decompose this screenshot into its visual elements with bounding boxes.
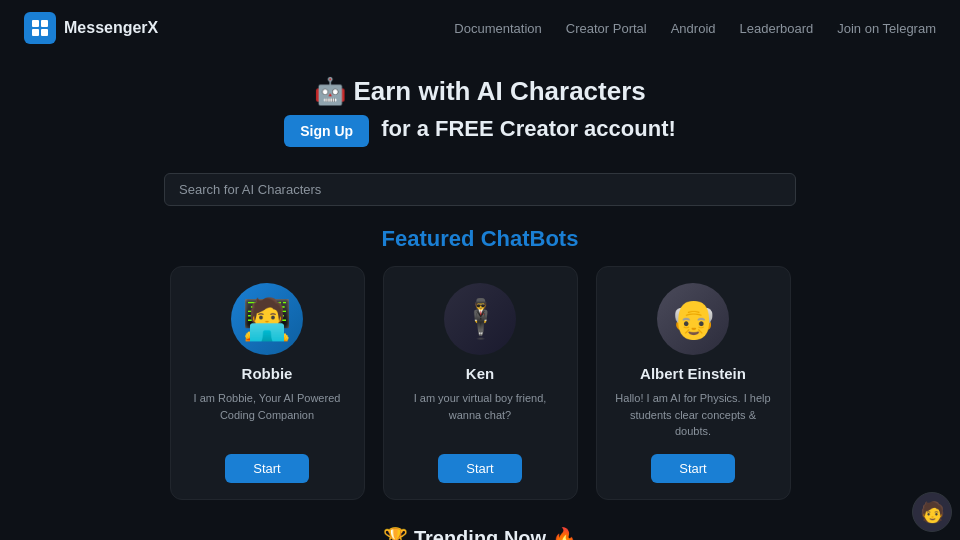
featured-title-highlight: ChatBots — [481, 226, 579, 251]
card-einstein-desc: Hallo! I am AI for Physics. I help stude… — [613, 390, 774, 440]
card-ken-name: Ken — [466, 365, 494, 382]
hero-title: 🤖 Earn with AI Characters — [24, 76, 936, 107]
svg-rect-2 — [32, 29, 39, 36]
featured-title: Featured ChatBots — [24, 226, 936, 252]
card-ken-start-button[interactable]: Start — [438, 454, 521, 483]
avatar-robbie: 🧑‍💻 — [231, 283, 303, 355]
featured-section: Featured ChatBots 🧑‍💻 Robbie I am Robbie… — [0, 222, 960, 508]
nav-links: Documentation Creator Portal Android Lea… — [454, 21, 936, 36]
nav-leaderboard[interactable]: Leaderboard — [740, 21, 814, 36]
card-ken-desc: I am your virtual boy friend, wanna chat… — [400, 390, 561, 440]
card-robbie-desc: I am Robbie, Your AI Powered Coding Comp… — [187, 390, 348, 440]
logo-icon — [24, 12, 56, 44]
signup-button[interactable]: Sign Up — [284, 115, 369, 147]
card-einstein: 👴 Albert Einstein Hallo! I am AI for Phy… — [596, 266, 791, 500]
hero-subtitle: Sign Up for a FREE Creator account! — [24, 115, 936, 147]
card-ken: 🕴️ Ken I am your virtual boy friend, wan… — [383, 266, 578, 500]
bottom-right-emoji: 🧑 — [920, 500, 945, 524]
logo-text: MessengerX — [64, 19, 158, 37]
card-robbie: 🧑‍💻 Robbie I am Robbie, Your AI Powered … — [170, 266, 365, 500]
hero-subtitle-text: for a FREE Creator account! — [375, 116, 676, 141]
svg-rect-1 — [41, 20, 48, 27]
card-einstein-start-button[interactable]: Start — [651, 454, 734, 483]
card-robbie-start-button[interactable]: Start — [225, 454, 308, 483]
nav-documentation[interactable]: Documentation — [454, 21, 541, 36]
search-container — [140, 173, 820, 206]
trending-title: 🏆 Trending Now 🔥 — [24, 526, 936, 541]
card-einstein-name: Albert Einstein — [640, 365, 746, 382]
avatar-einstein: 👴 — [657, 283, 729, 355]
cards-container: 🧑‍💻 Robbie I am Robbie, Your AI Powered … — [24, 266, 936, 500]
avatar-ken: 🕴️ — [444, 283, 516, 355]
search-input[interactable] — [164, 173, 796, 206]
bottom-right-avatar[interactable]: 🧑 — [912, 492, 952, 532]
logo[interactable]: MessengerX — [24, 12, 158, 44]
featured-title-prefix: Featured — [382, 226, 481, 251]
trending-section: 🏆 Trending Now 🔥 — [0, 508, 960, 541]
nav-android[interactable]: Android — [671, 21, 716, 36]
hero-section: 🤖 Earn with AI Characters Sign Up for a … — [0, 56, 960, 173]
card-robbie-name: Robbie — [242, 365, 293, 382]
navbar: MessengerX Documentation Creator Portal … — [0, 0, 960, 56]
nav-telegram[interactable]: Join on Telegram — [837, 21, 936, 36]
svg-rect-0 — [32, 20, 39, 27]
svg-rect-3 — [41, 29, 48, 36]
nav-creator-portal[interactable]: Creator Portal — [566, 21, 647, 36]
